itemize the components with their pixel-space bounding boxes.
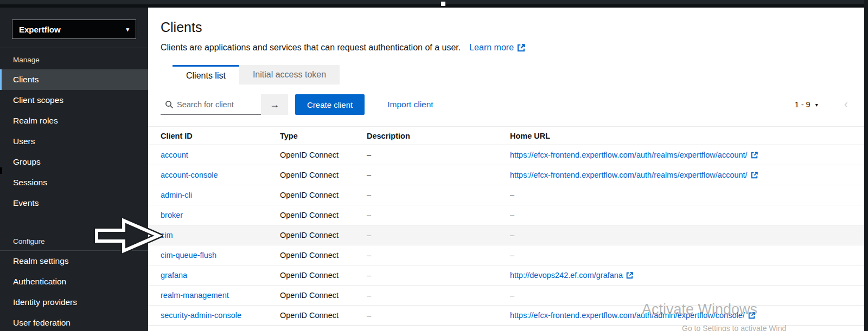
realm-selector[interactable]: Expertflow ▾ bbox=[12, 20, 136, 39]
external-link-icon bbox=[748, 312, 755, 319]
pagination-range-dropdown[interactable]: 1 - 9 ▾ bbox=[795, 100, 818, 109]
column-header-description: Description bbox=[354, 127, 497, 145]
table-row: cimOpenID Connect–– bbox=[148, 225, 864, 245]
client-type: OpenID Connect bbox=[280, 151, 339, 159]
sidebar-item-authentication[interactable]: Authentication bbox=[0, 271, 148, 292]
clients-table-body: accountOpenID Connect–https://efcx-front… bbox=[148, 145, 864, 326]
client-type: OpenID Connect bbox=[280, 191, 339, 199]
client-id-link[interactable]: realm-management bbox=[161, 291, 229, 300]
client-description: – bbox=[367, 271, 371, 280]
client-description: – bbox=[367, 171, 371, 179]
search-submit-button[interactable]: → bbox=[261, 94, 288, 115]
client-description: – bbox=[367, 311, 371, 320]
home-url-text: https://efcx-frontend.expertflow.com/aut… bbox=[510, 151, 748, 159]
table-row: accountOpenID Connect–https://efcx-front… bbox=[148, 145, 864, 165]
sidebar-item-sessions[interactable]: Sessions bbox=[0, 172, 148, 193]
client-type: OpenID Connect bbox=[280, 211, 339, 219]
client-description: – bbox=[367, 191, 371, 199]
page-description: Clients are applications and services th… bbox=[161, 42, 461, 53]
pagination: 1 - 9 ▾ ‹ bbox=[795, 99, 848, 111]
external-link-icon bbox=[626, 272, 633, 279]
client-type: OpenID Connect bbox=[280, 311, 339, 320]
client-type: OpenID Connect bbox=[280, 271, 339, 280]
sidebar-item-groups[interactable]: Groups bbox=[0, 152, 148, 172]
page-title: Clients bbox=[161, 20, 864, 35]
table-header-row: Client ID Type Description Home URL bbox=[148, 127, 864, 145]
table-row: grafanaOpenID Connect–http://devops242.e… bbox=[148, 265, 864, 285]
client-id-link[interactable]: security-admin-console bbox=[161, 311, 241, 320]
sidebar-item-user-federation[interactable]: User federation bbox=[0, 313, 148, 331]
pagination-prev-button[interactable]: ‹ bbox=[844, 99, 848, 111]
client-type: OpenID Connect bbox=[280, 171, 339, 179]
sidebar-item-events[interactable]: Events bbox=[0, 193, 148, 213]
sidebar-item-realm-roles[interactable]: Realm roles bbox=[0, 111, 148, 131]
column-header-home-url: Home URL bbox=[497, 127, 864, 145]
top-bar-marker bbox=[441, 2, 445, 6]
table-row: security-admin-consoleOpenID Connect–htt… bbox=[148, 306, 864, 326]
home-url-link[interactable]: https://efcx-frontend.expertflow.com/aut… bbox=[510, 311, 755, 320]
sidebar-item-client-scopes[interactable]: Client scopes bbox=[0, 90, 148, 111]
create-client-button[interactable]: Create client bbox=[295, 94, 365, 115]
client-description: – bbox=[367, 251, 371, 259]
external-link-icon bbox=[751, 172, 758, 179]
client-description: – bbox=[367, 231, 371, 239]
window-top-bar bbox=[0, 0, 868, 8]
vertical-scrollbar[interactable] bbox=[864, 0, 868, 331]
main-content: Clients Clients are applications and ser… bbox=[148, 8, 864, 331]
home-url-empty: – bbox=[510, 231, 514, 239]
arrow-right-icon: → bbox=[270, 99, 279, 111]
sidebar-item-realm-settings[interactable]: Realm settings bbox=[0, 251, 148, 271]
home-url-text: http://devops242.ef.com/grafana bbox=[510, 271, 623, 280]
sidebar-nav: ManageClientsClient scopesRealm rolesUse… bbox=[0, 48, 148, 331]
tab-initial-access-token[interactable]: Initial access token bbox=[239, 65, 340, 85]
table-row: realm-managementOpenID Connect–– bbox=[148, 285, 864, 306]
home-url-text: https://efcx-frontend.expertflow.com/aut… bbox=[510, 311, 745, 320]
home-url-link[interactable]: https://efcx-frontend.expertflow.com/aut… bbox=[510, 171, 758, 179]
import-client-link[interactable]: Import client bbox=[387, 100, 433, 109]
column-header-client-id: Client ID bbox=[148, 127, 267, 145]
home-url-empty: – bbox=[510, 191, 514, 199]
chevron-left-icon: ‹ bbox=[844, 98, 848, 111]
toolbar: → Create client Import client 1 - 9 ▾ ‹ bbox=[161, 94, 864, 115]
client-id-link[interactable]: account-console bbox=[161, 171, 218, 179]
realm-name: Expertflow bbox=[19, 25, 61, 34]
external-link-icon bbox=[751, 152, 758, 159]
client-id-link[interactable]: admin-cli bbox=[161, 191, 192, 199]
table-row: cim-queue-flushOpenID Connect–– bbox=[148, 245, 864, 265]
client-type: OpenID Connect bbox=[280, 231, 339, 239]
sidebar-item-identity-providers[interactable]: Identity providers bbox=[0, 292, 148, 313]
learn-more-link[interactable]: Learn more bbox=[469, 42, 525, 53]
home-url-link[interactable]: https://efcx-frontend.expertflow.com/aut… bbox=[510, 151, 758, 159]
search-icon bbox=[165, 100, 174, 109]
home-url-empty: – bbox=[510, 211, 514, 219]
search-input[interactable] bbox=[161, 94, 261, 115]
client-id-link[interactable]: account bbox=[161, 151, 188, 159]
client-type: OpenID Connect bbox=[280, 251, 339, 259]
client-id-link[interactable]: broker bbox=[161, 211, 183, 219]
home-url-link[interactable]: http://devops242.ef.com/grafana bbox=[510, 271, 633, 280]
caret-down-icon: ▾ bbox=[815, 102, 818, 108]
tab-clients-list[interactable]: Clients list bbox=[173, 65, 239, 85]
sidebar: Expertflow ▾ ManageClientsClient scopesR… bbox=[0, 8, 148, 331]
client-type: OpenID Connect bbox=[280, 291, 339, 300]
column-header-type: Type bbox=[267, 127, 354, 145]
clients-table: Client ID Type Description Home URL acco… bbox=[148, 126, 864, 326]
sidebar-item-users[interactable]: Users bbox=[0, 131, 148, 152]
sidebar-item-clients[interactable]: Clients bbox=[0, 69, 148, 90]
external-link-icon bbox=[517, 44, 525, 52]
client-id-link[interactable]: cim-queue-flush bbox=[161, 251, 216, 259]
table-row: admin-cliOpenID Connect–– bbox=[148, 185, 864, 205]
caret-down-icon: ▾ bbox=[126, 26, 129, 33]
home-url-text: https://efcx-frontend.expertflow.com/aut… bbox=[510, 171, 748, 179]
table-row: account-consoleOpenID Connect–https://ef… bbox=[148, 165, 864, 185]
tab-bar: Clients list Initial access token bbox=[173, 65, 864, 85]
client-description: – bbox=[367, 211, 371, 219]
nav-section-label-configure: Configure bbox=[0, 230, 148, 250]
edge-artifact bbox=[0, 167, 2, 174]
nav-section-label-manage: Manage bbox=[0, 48, 148, 69]
client-description: – bbox=[367, 151, 371, 159]
client-id-link[interactable]: grafana bbox=[161, 271, 187, 280]
home-url-empty: – bbox=[510, 291, 514, 300]
client-description: – bbox=[367, 291, 371, 300]
client-id-link[interactable]: cim bbox=[161, 231, 173, 239]
